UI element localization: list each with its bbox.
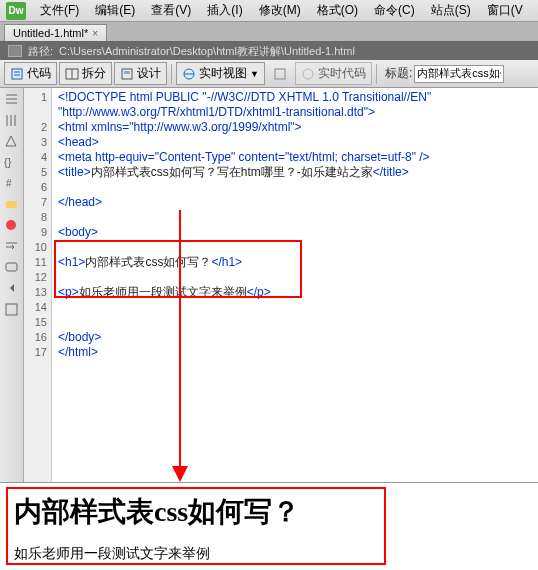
title-label: 标题:: [385, 65, 412, 82]
editor-area: {} # 1 234567891011121314151617 <!DOCTYP…: [0, 88, 538, 483]
expand-icon[interactable]: [4, 113, 19, 128]
app-logo: Dw: [6, 2, 26, 20]
code-sidebar: {} #: [0, 88, 24, 482]
tab-untitled[interactable]: Untitled-1.html* ×: [4, 24, 107, 41]
inspect-icon: [273, 67, 287, 81]
chevron-down-icon: ▼: [250, 69, 259, 79]
balance-braces-icon[interactable]: {}: [4, 155, 19, 170]
svg-text:#: #: [6, 178, 12, 189]
code-view-button[interactable]: 代码: [4, 62, 57, 85]
tab-label: Untitled-1.html*: [13, 27, 88, 39]
live-view-button[interactable]: 实时视图 ▼: [176, 62, 265, 85]
globe-icon: [182, 67, 196, 81]
comment-icon[interactable]: [4, 260, 19, 275]
svg-point-14: [6, 220, 16, 230]
menu-modify[interactable]: 修改(M): [251, 2, 309, 19]
highlight-icon[interactable]: [4, 197, 19, 212]
line-numbers-icon[interactable]: #: [4, 176, 19, 191]
pathbar: 路径: C:\Users\Administrator\Desktop\html教…: [0, 42, 538, 60]
menu-file[interactable]: 文件(F): [32, 2, 87, 19]
title-input[interactable]: [414, 65, 504, 83]
syntax-error-icon[interactable]: [4, 218, 19, 233]
code-icon: [10, 67, 24, 81]
preview-paragraph: 如乐老师用一段测试文字来举例: [14, 545, 524, 563]
wrap-icon[interactable]: [4, 239, 19, 254]
indent-icon[interactable]: [4, 281, 19, 296]
design-view-button[interactable]: 设计: [114, 62, 167, 85]
line-gutter: 1 234567891011121314151617: [24, 88, 52, 482]
menu-site[interactable]: 站点(S): [423, 2, 479, 19]
svg-rect-9: [275, 69, 285, 79]
menu-insert[interactable]: 插入(I): [199, 2, 250, 19]
format-icon[interactable]: [4, 302, 19, 317]
svg-rect-13: [6, 201, 17, 208]
collapse-icon[interactable]: [4, 92, 19, 107]
svg-rect-15: [6, 263, 17, 271]
code-content[interactable]: <!DOCTYPE html PUBLIC "-//W3C//DTD XHTML…: [52, 88, 538, 482]
view-toolbar: 代码 拆分 设计 实时视图 ▼ 实时代码 标题:: [0, 60, 538, 88]
svg-rect-6: [124, 71, 130, 74]
code-editor[interactable]: 1 234567891011121314151617 <!DOCTYPE htm…: [24, 88, 538, 482]
svg-rect-0: [12, 69, 22, 79]
design-preview: 内部样式表css如何写？ 如乐老师用一段测试文字来举例: [0, 483, 538, 570]
menu-view[interactable]: 查看(V): [143, 2, 199, 19]
preview-heading: 内部样式表css如何写？: [14, 493, 524, 531]
document-tabs: Untitled-1.html* ×: [0, 22, 538, 42]
folder-icon[interactable]: [8, 45, 22, 57]
livecode-icon: [301, 67, 315, 81]
separator: [171, 64, 172, 84]
select-parent-icon[interactable]: [4, 134, 19, 149]
split-view-button[interactable]: 拆分: [59, 62, 112, 85]
menu-format[interactable]: 格式(O): [309, 2, 366, 19]
separator: [376, 64, 377, 84]
design-icon: [120, 67, 134, 81]
menu-command[interactable]: 命令(C): [366, 2, 423, 19]
svg-rect-16: [6, 304, 17, 315]
menu-edit[interactable]: 编辑(E): [87, 2, 143, 19]
menu-window[interactable]: 窗口(V: [479, 2, 531, 19]
path-value: C:\Users\Administrator\Desktop\html教程讲解\…: [59, 44, 355, 59]
live-code-button[interactable]: 实时代码: [295, 62, 372, 85]
split-icon: [65, 67, 79, 81]
close-icon[interactable]: ×: [92, 28, 98, 39]
svg-point-10: [303, 69, 313, 79]
svg-text:{}: {}: [4, 156, 12, 168]
path-label: 路径:: [28, 44, 53, 59]
inspect-button[interactable]: [267, 64, 293, 84]
menubar: Dw 文件(F) 编辑(E) 查看(V) 插入(I) 修改(M) 格式(O) 命…: [0, 0, 538, 22]
